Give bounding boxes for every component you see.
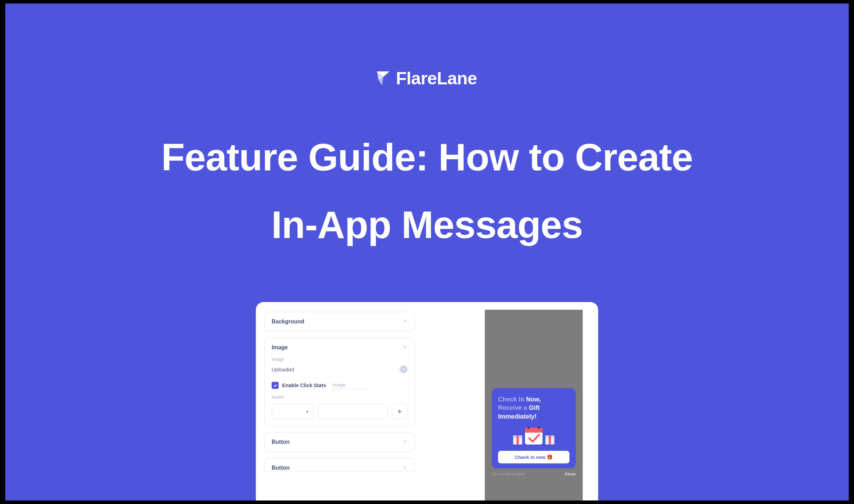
button1-title: Button [272, 439, 290, 445]
uploaded-status: Uploaded [272, 366, 294, 372]
button2-title: Button [272, 465, 290, 471]
add-action-button[interactable]: + [392, 404, 407, 419]
image-section: Image Image Uploaded Enable C [264, 338, 415, 426]
image-section-header[interactable]: Image [272, 344, 407, 351]
editor-panel: Background Image Image Uploaded [256, 302, 598, 500]
svg-rect-12 [525, 430, 542, 433]
brand-logo: FlareLane [377, 68, 477, 89]
svg-rect-9 [549, 435, 551, 444]
action-label: Action [272, 395, 407, 400]
svg-point-14 [538, 427, 540, 429]
preview-footer: Do not show again Close [492, 472, 576, 476]
form-column: Background Image Image Uploaded [264, 312, 415, 500]
background-title: Background [272, 318, 304, 325]
hero-frame: FlareLane Feature Guide: How to Create I… [5, 4, 849, 500]
chevron-right-icon [402, 465, 407, 471]
preview-cta-button[interactable]: Check in now 🎁 [498, 451, 569, 463]
background-section[interactable]: Background [264, 312, 415, 331]
remove-image-button[interactable] [400, 365, 407, 373]
svg-rect-3 [402, 369, 405, 370]
button-section-1[interactable]: Button [264, 432, 415, 452]
chevron-down-icon [402, 344, 407, 351]
enable-click-stats-checkbox[interactable] [272, 382, 279, 389]
action-value-input[interactable] [318, 404, 388, 419]
brand-name: FlareLane [396, 68, 477, 89]
chevron-right-icon [402, 439, 407, 445]
flarelane-logo-icon [377, 71, 390, 85]
calendar-gift-icon [498, 425, 569, 446]
click-stats-field[interactable]: Image [331, 382, 370, 389]
chevron-right-icon [402, 318, 407, 325]
page-title: Feature Guide: How to Create In-App Mess… [161, 124, 693, 258]
close-preview-link[interactable]: Close [565, 472, 576, 476]
svg-point-13 [527, 427, 530, 429]
svg-rect-6 [517, 435, 519, 444]
title-line-2: In-App Messages [271, 203, 583, 246]
dropdown-caret-icon: ▾ [306, 409, 308, 414]
in-app-message-preview: Check In Now, Receive a Gift Immediately… [492, 388, 576, 468]
preview-headline: Check In Now, Receive a Gift Immediately… [498, 395, 569, 421]
image-title: Image [272, 344, 288, 351]
enable-click-stats-label: Enable Click Stats [282, 383, 326, 388]
button-section-2[interactable]: Button [264, 458, 415, 471]
image-field-label: Image [272, 357, 407, 362]
dont-show-again-link[interactable]: Do not show again [492, 472, 525, 476]
title-line-1: Feature Guide: How to Create [161, 135, 693, 178]
phone-preview: Check In Now, Receive a Gift Immediately… [485, 310, 583, 500]
action-type-select[interactable]: ▾ [272, 404, 314, 419]
